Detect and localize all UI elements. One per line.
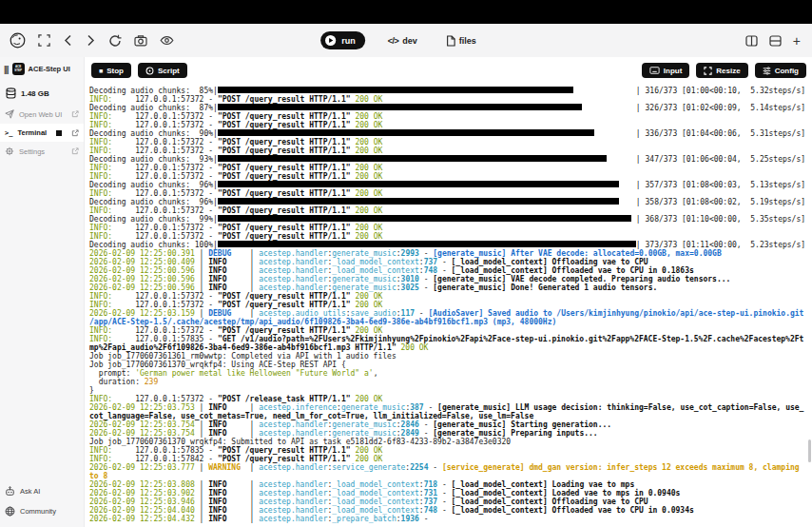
external-link-icon[interactable] <box>71 129 79 137</box>
terminal-line: prompt: 'German power metal like Hellowe… <box>89 369 812 378</box>
reload-icon[interactable] <box>108 34 122 48</box>
terminal-line: 2026-02-09 12:25:00.596 | INFO | acestep… <box>89 275 812 283</box>
terminal-line: 2026-02-09 12:25:03.754 | INFO | acestep… <box>89 429 812 438</box>
stop-button[interactable]: ■ Stop <box>91 63 131 78</box>
robot-icon <box>5 486 15 497</box>
progress-bar <box>218 129 636 136</box>
app-window: run </> dev files <box>0 0 812 527</box>
script-icon <box>145 67 154 75</box>
sidebar-item-ask-ai[interactable]: Ask AI <box>0 481 84 501</box>
terminal-line: Decoding audio chunks: 96%|| 358/373 [01… <box>89 198 812 206</box>
terminal-line: Decoding audio chunks: 100%|| 373/373 [0… <box>89 241 812 249</box>
drag-handle-icon[interactable]: ||| <box>4 65 9 74</box>
forward-icon[interactable] <box>86 34 96 47</box>
run-label: run <box>341 36 356 46</box>
menubar <box>0 0 812 24</box>
terminal-line: 2026-02-09 12:25:03.753 | INFO | acestep… <box>89 403 812 412</box>
dev-button[interactable]: </> dev <box>382 35 423 47</box>
terminal-line: INFO: 127.0.0.1:57842 - "POST /query_res… <box>89 455 812 463</box>
terminal-line: to 8 <box>89 472 812 480</box>
gear-icon <box>5 146 14 156</box>
terminal-line: INFO: 127.0.0.1:57372 - "POST /query_res… <box>89 121 812 129</box>
terminal-line: 2026-02-09 12:25:03.808 | INFO | acestep… <box>89 480 812 489</box>
running-stop-square-icon[interactable] <box>56 130 62 136</box>
camera-icon[interactable] <box>134 34 147 47</box>
progress-bar <box>218 155 636 162</box>
toolbar-left-group <box>0 32 174 49</box>
sidebar-item-label: Settings <box>19 147 45 156</box>
input-button[interactable]: Input <box>642 63 690 78</box>
terminal-line: Decoding audio chunks: 93%|| 347/373 [01… <box>89 155 812 164</box>
terminal-line: Job job_1770607361370_wrqkfp4: Using ACE… <box>89 361 812 369</box>
terminal-line: INFO: 127.0.0.1:57372 - "POST /release_t… <box>89 395 812 403</box>
progress-bar <box>218 215 636 222</box>
sliders-icon <box>763 67 771 75</box>
disk-stack-icon <box>6 88 16 99</box>
terminal-line: 2026-02-09 12:25:03.754 | INFO | acestep… <box>89 420 812 429</box>
app-body: ||| ACE STEP ACE-Step UI 1.48 GB <box>0 57 812 527</box>
back-icon[interactable] <box>63 34 73 47</box>
terminal-line: cot_language=False, use_cot_metas=True, … <box>89 412 812 420</box>
config-label: Config <box>775 67 799 75</box>
toolbar-right-group: + <box>745 35 812 47</box>
fullscreen-icon[interactable] <box>38 34 50 47</box>
terminal-line: INFO: 127.0.0.1:57835 - "GET /v1/audio?p… <box>89 335 812 343</box>
terminal-line: INFO: 127.0.0.1:57372 - "POST /query_res… <box>89 146 812 155</box>
progress-bar <box>218 104 636 110</box>
terminal-line: 2026-02-09 12:25:00.391 | DEBUG | aceste… <box>89 249 812 258</box>
terminal-line: 2026-02-09 12:25:00.596 | INFO | acestep… <box>89 266 812 275</box>
split-columns-icon[interactable] <box>745 35 758 47</box>
terminal-line: INFO: 127.0.0.1:57372 - "POST /query_res… <box>89 326 812 335</box>
external-link-icon[interactable] <box>71 147 79 155</box>
terminal-line: 2026-02-09 12:25:00.596 | INFO | acestep… <box>89 283 812 292</box>
terminal-line: Job job_1770607361370_wrqkfp4: Submitted… <box>89 438 812 446</box>
pinokio-logo-icon[interactable] <box>10 32 26 49</box>
terminal-output[interactable]: Decoding audio chunks: 85%|| 316/373 [01… <box>85 84 812 523</box>
run-button[interactable]: run <box>320 31 365 49</box>
add-tab-button[interactable]: + <box>793 36 801 46</box>
sidebar-item-community[interactable]: Community <box>0 501 84 521</box>
toolbar-center-group: run </> dev files <box>320 24 482 57</box>
play-icon <box>324 34 337 47</box>
ace-step-logo: ACE STEP <box>12 63 25 75</box>
terminal-line: INFO: 127.0.0.1:57372 - "POST /query_res… <box>89 172 812 181</box>
resize-icon <box>704 67 712 75</box>
file-icon <box>446 35 455 47</box>
resize-button[interactable]: Resize <box>696 63 747 78</box>
terminal-line: 2026-02-09 12:25:04.432 | INFO | acestep… <box>89 515 812 523</box>
config-button[interactable]: Config <box>755 63 806 78</box>
terminal-line: 2026-02-09 12:25:04.040 | INFO | acestep… <box>89 506 812 515</box>
external-link-icon[interactable] <box>71 110 79 118</box>
terminal-line: INFO: 127.0.0.1:57372 - "POST /query_res… <box>89 138 812 146</box>
terminal-line: INFO: 127.0.0.1:57835 - "POST /query_res… <box>89 446 812 455</box>
terminal-line: duration: 239 <box>89 378 812 386</box>
terminal-line: Job job_1770607361361_rm0wwtp: Completed… <box>89 352 812 361</box>
progress-bar <box>218 241 636 247</box>
browser-toolbar: run </> dev files <box>0 24 812 58</box>
sidebar-item-label: Ask AI <box>20 487 40 496</box>
terminal-toolbar-left: ■ Stop Script <box>91 63 187 78</box>
stop-icon: ■ <box>99 68 103 74</box>
terminal-line: INFO: 127.0.0.1:57372 - "POST /query_res… <box>89 232 812 241</box>
sidebar-header: ||| ACE STEP ACE-Step UI <box>0 57 84 82</box>
scrollbar[interactable] <box>808 439 811 462</box>
terminal-line: 2026-02-09 12:25:03.777 | WARNING | aces… <box>89 463 812 472</box>
sidebar-item-settings[interactable]: Settings <box>0 142 84 161</box>
split-rows-icon[interactable] <box>769 35 782 47</box>
script-label: Script <box>158 67 180 75</box>
eye-icon[interactable] <box>160 34 174 47</box>
terminal-line: Decoding audio chunks: 90%|| 336/373 [01… <box>89 129 812 138</box>
script-button[interactable]: Script <box>138 63 187 78</box>
terminal-panel: ■ Stop Script <box>85 57 812 527</box>
sidebar-item-label: Open Web UI <box>19 110 62 119</box>
globe-icon <box>5 506 15 517</box>
input-label: Input <box>664 67 683 75</box>
terminal-line: /app/ACE-Step-1.5/.cache/acestep/tmp/api… <box>89 318 812 326</box>
terminal-line: INFO: 127.0.0.1:57372 - "POST /query_res… <box>89 292 812 301</box>
files-button[interactable]: files <box>440 34 482 48</box>
terminal-line: INFO: 127.0.0.1:57372 - "POST /query_res… <box>89 206 812 215</box>
sidebar-item-terminal[interactable]: >_ Terminal <box>0 124 84 142</box>
terminal-line: 2026-02-09 12:25:00.409 | INFO | acestep… <box>89 258 812 266</box>
terminal-line: } <box>89 386 812 395</box>
sidebar-item-open-web-ui[interactable]: Open Web UI <box>0 105 84 124</box>
